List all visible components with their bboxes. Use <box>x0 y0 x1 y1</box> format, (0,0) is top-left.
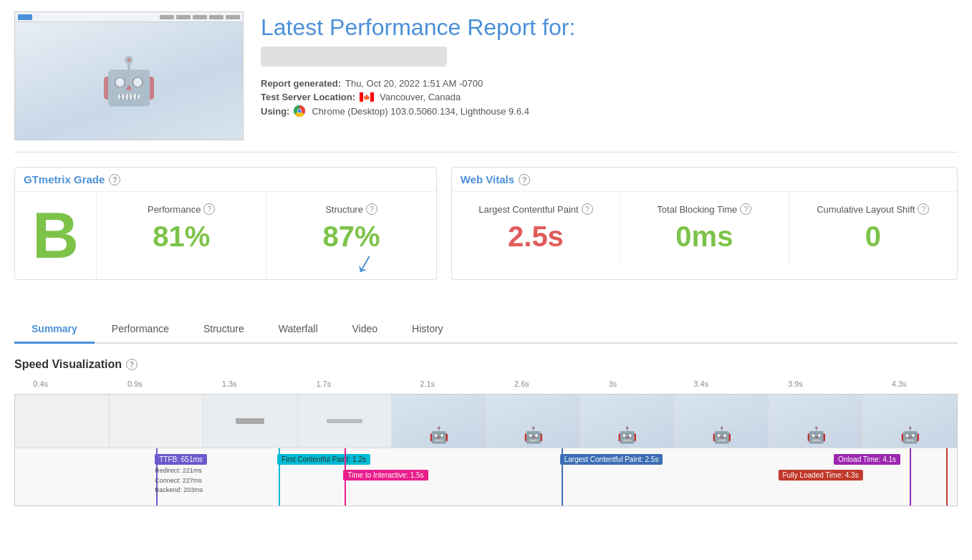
svg-text:🍁: 🍁 <box>363 94 370 101</box>
arrow-decoration: ↓ <box>14 294 958 316</box>
ttfb-label: TTFB: 651ms <box>155 454 207 465</box>
onload-line <box>910 448 911 506</box>
onload-label-group: Onload Time: 4.1s <box>834 454 900 465</box>
web-vitals-help[interactable]: ? <box>519 174 530 185</box>
svg-point-6 <box>298 110 302 113</box>
time-label-10: 4.3s <box>892 380 907 388</box>
canada-flag-icon: 🍁 <box>360 92 374 102</box>
gtmetrix-grade-help[interactable]: ? <box>109 174 120 185</box>
header-info: Latest Performance Report for: https://[… <box>261 11 958 120</box>
fcp-label-group: First Contentful Paint: 1.2s <box>277 454 370 465</box>
cls-help[interactable]: ? <box>918 203 929 215</box>
screenshot-robot-3: 🤖 <box>581 395 675 448</box>
lcp-box: Largest Contentful Paint ? 2.5s <box>452 192 620 264</box>
time-label-3: 1.3s <box>222 380 237 388</box>
cls-label: Cumulative Layout Shift ? <box>804 203 943 215</box>
fl-line <box>946 448 948 506</box>
screenshot-robot-1: 🤖 <box>392 395 486 448</box>
cls-box: Cumulative Layout Shift ? 0 <box>789 192 957 264</box>
time-label-4: 1.7s <box>316 380 331 388</box>
structure-label: Structure ? <box>281 203 421 215</box>
speed-visualization-section: Speed Visualization ? 0.4s 0.9s 1.3s 1.7… <box>14 358 958 506</box>
tti-label: Time to Interactive: 1.5s <box>343 470 428 481</box>
report-title: Latest Performance Report for: <box>261 14 958 41</box>
speed-viz-help[interactable]: ? <box>126 359 138 370</box>
screenshot-robot-4: 🤖 <box>675 395 769 448</box>
tab-waterfall[interactable]: Waterfall <box>261 316 335 344</box>
ttfb-label-group: TTFB: 651ms Redirect: 221msConnect: 227m… <box>155 454 207 496</box>
timeline-labels: 0.4s 0.9s 1.3s 1.7s 2.1s 2.6s 3s 3.4s 3.… <box>14 380 958 394</box>
web-vitals-body: Largest Contentful Paint ? 2.5s Total Bl… <box>452 192 957 264</box>
chrome-icon <box>294 105 305 117</box>
svg-rect-2 <box>370 92 374 102</box>
tab-summary[interactable]: Summary <box>14 316 95 344</box>
screenshots-row: 🤖 🤖 🤖 🤖 🤖 🤖 <box>15 395 957 448</box>
gtmetrix-grade-body: B Performance ? 81% Structure ? <box>15 192 436 279</box>
web-vitals-title: Web Vitals <box>461 173 514 185</box>
grade-letter: B <box>32 203 79 268</box>
gtmetrix-grade-title: GTmetrix Grade <box>24 173 105 185</box>
screenshot-blank-2 <box>110 395 204 448</box>
tab-history[interactable]: History <box>395 316 461 344</box>
time-label-1: 0.4s <box>33 380 48 388</box>
structure-help[interactable]: ? <box>366 203 377 215</box>
gtmetrix-grade-header: GTmetrix Grade ? <box>15 168 436 192</box>
ttfb-sub: Redirect: 221msConnect: 227msBackend: 20… <box>155 466 207 496</box>
screenshot-loading-1 <box>298 395 393 448</box>
grades-section: GTmetrix Grade ? B Performance ? 81% <box>14 167 958 280</box>
header-section: 🤖 Latest Performance Report for: https:/… <box>14 11 958 153</box>
tabs-container: Summary Performance Structure Waterfall … <box>14 316 958 344</box>
performance-label: Performance ? <box>111 203 251 215</box>
report-url: https://[redacted]/ <box>261 47 447 67</box>
grade-letter-box: B <box>15 192 97 279</box>
lcp-help[interactable]: ? <box>582 203 593 215</box>
performance-metric: Performance ? 81% <box>97 192 266 279</box>
time-label-5: 2.1s <box>420 380 435 388</box>
time-label-7: 3s <box>609 380 617 388</box>
onload-label: Onload Time: 4.1s <box>834 454 900 465</box>
tab-performance[interactable]: Performance <box>95 316 186 344</box>
performance-help[interactable]: ? <box>203 203 215 215</box>
fcp-label: First Contentful Paint: 1.2s <box>277 454 370 465</box>
time-label-2: 0.9s <box>127 380 143 388</box>
meta-server: Test Server Location: 🍁 Vancouver, Canad… <box>261 92 958 102</box>
cls-value: 0 <box>804 221 943 253</box>
grade-metrics: Performance ? 81% Structure ? 87% <box>97 192 436 279</box>
meta-using-value: Chrome (Desktop) 103.0.5060.134, Lightho… <box>312 106 529 117</box>
tab-video[interactable]: Video <box>335 316 395 344</box>
meta-generated-value: Thu, Oct 20, 2022 1:51 AM -0700 <box>345 78 483 89</box>
screenshot-blank-1 <box>15 395 110 448</box>
meta-generated-label: Report generated: <box>261 78 341 89</box>
fl-label-group: Fully Loaded Time: 4.3s <box>779 470 863 481</box>
meta-using-label: Using: <box>261 106 289 117</box>
time-label-8: 3.4s <box>693 380 708 388</box>
tbt-value: 0ms <box>635 221 774 253</box>
time-label-6: 2.6s <box>514 380 529 388</box>
lcp-marker-label: Largest Contentful Paint: 2.5s <box>560 454 663 465</box>
speed-viz-title: Speed Visualization ? <box>14 358 958 371</box>
tti-label-group: Time to Interactive: 1.5s <box>343 470 428 481</box>
meta-server-label: Test Server Location: <box>261 92 355 102</box>
web-vitals-card: Web Vitals ? Largest Contentful Paint ? … <box>451 167 958 280</box>
screenshot-robot-6: 🤖 <box>863 395 957 448</box>
screenshot-robot-2: 🤖 <box>486 395 581 448</box>
timeline-container: 🤖 🤖 🤖 🤖 🤖 🤖 TTFB: 651ms Redirect: 221msC… <box>14 394 958 506</box>
lcp-label: Largest Contentful Paint ? <box>466 203 605 215</box>
meta-generated: Report generated: Thu, Oct 20, 2022 1:51… <box>261 78 958 89</box>
markers-row: TTFB: 651ms Redirect: 221msConnect: 227m… <box>15 448 957 506</box>
time-label-9: 3.9s <box>788 380 803 388</box>
tab-structure[interactable]: Structure <box>186 316 261 344</box>
tbt-label: Total Blocking Time ? <box>635 203 774 215</box>
screenshot-partial <box>203 395 298 448</box>
meta-server-value: Vancouver, Canada <box>380 92 461 102</box>
web-vitals-header: Web Vitals ? <box>452 168 957 192</box>
tbt-help[interactable]: ? <box>740 203 751 215</box>
lcp-label-group: Largest Contentful Paint: 2.5s <box>560 454 663 465</box>
screenshot-robot-5: 🤖 <box>769 395 864 448</box>
site-thumbnail: 🤖 <box>14 11 244 140</box>
structure-value: 87% <box>281 221 421 253</box>
tbt-box: Total Blocking Time ? 0ms <box>620 192 789 264</box>
tabs: Summary Performance Structure Waterfall … <box>14 316 958 342</box>
meta-using: Using: Chrome (Desktop) 103.0.5060.134, … <box>261 105 958 117</box>
performance-value: 81% <box>111 221 251 253</box>
